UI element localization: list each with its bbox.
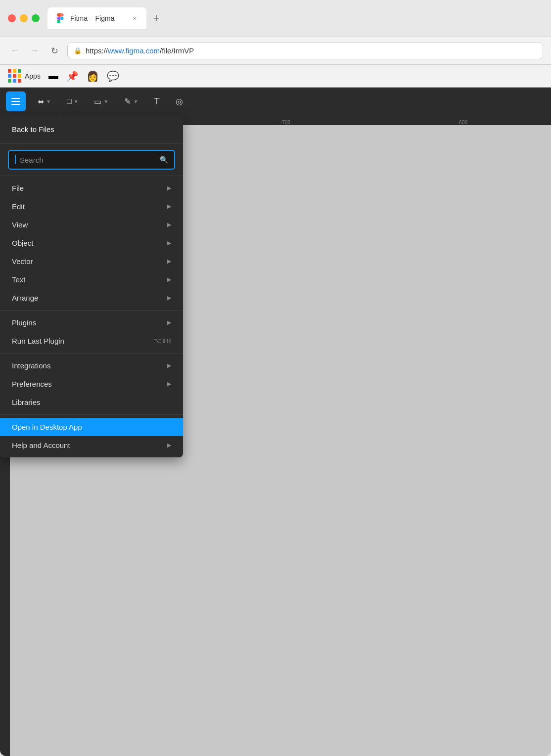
search-cursor [15,155,16,164]
browser-tab[interactable]: Fitma – Figma × [47,7,146,29]
menu-item-help-label: Help and Account [12,441,70,449]
menu-item-object[interactable]: Object ▶ [0,234,183,252]
menu-item-preferences[interactable]: Preferences ▶ [0,375,183,393]
menu-item-file[interactable]: File ▶ [0,179,183,197]
main-menu-dropdown: Back to Files Search 🔍 File ▶ Edit [0,115,183,457]
bookmark-icon-2[interactable]: 📌 [66,70,79,82]
bookmark-icon-4[interactable]: 💬 [107,70,119,82]
frame-tool-chevron: ▼ [74,99,79,104]
menu-item-file-label: File [12,184,24,192]
menu-item-edit-label: Edit [12,202,25,211]
title-bar: Fitma – Figma × + [0,0,551,37]
menu-item-edit-right: ▶ [167,203,171,210]
maximize-window-button[interactable] [32,14,40,22]
menu-item-plugins[interactable]: Plugins ▶ [0,313,183,332]
menu-item-libraries[interactable]: Libraries [0,393,183,411]
tab-area: Fitma – Figma × + [47,7,543,29]
menu-item-text[interactable]: Text ▶ [0,270,183,289]
menu-item-plugins-right: ▶ [167,319,171,326]
minimize-window-button[interactable] [20,14,28,22]
content-area: ⬌ ▼ □ ▼ ▭ ▼ ✎ ▼ T ◎ [0,88,551,756]
hamburger-line-1 [11,98,20,99]
ruler-mark-2: -700 [197,120,374,125]
move-tool[interactable]: ⬌ ▼ [34,94,55,109]
text-tool[interactable]: T [150,93,164,110]
menu-item-plugins-arrow: ▶ [167,319,171,326]
address-text: https://www.figma.com/file/IrmVP [86,46,194,55]
bookmark-icon-3[interactable]: 👩 [87,70,99,82]
shape-tool[interactable]: ▭ ▼ [90,94,112,109]
menu-section-1: File ▶ Edit ▶ View ▶ [0,176,183,311]
close-window-button[interactable] [8,14,16,22]
menu-section-4: Open in Desktop App Help and Account ▶ [0,415,183,457]
menu-item-vector[interactable]: Vector ▶ [0,252,183,270]
bookmark-icon-1[interactable]: ▬ [48,70,58,82]
figma-toolbar: ⬌ ▼ □ ▼ ▭ ▼ ✎ ▼ T ◎ [0,88,551,115]
menu-item-vector-arrow: ▶ [167,258,171,265]
search-placeholder: Search [20,156,156,164]
menu-item-preferences-right: ▶ [167,381,171,387]
menu-item-text-arrow: ▶ [167,276,171,283]
menu-item-file-right: ▶ [167,185,171,191]
shape-tool-chevron: ▼ [103,99,108,104]
menu-item-object-arrow: ▶ [167,240,171,246]
menu-item-run-last-right: ⌥⇧R [154,337,171,345]
apps-dot-7 [8,79,11,83]
comment-tool-icon: ◎ [176,96,183,107]
menu-section-3: Integrations ▶ Preferences ▶ Libraries [0,354,183,415]
menu-item-open-desktop[interactable]: Open in Desktop App [0,418,183,436]
apps-dot-6 [18,74,21,78]
menu-item-edit[interactable]: Edit ▶ [0,197,183,216]
back-to-files-item[interactable]: Back to Files [0,115,183,144]
comment-tool[interactable]: ◎ [172,93,187,110]
new-tab-button[interactable]: + [148,10,164,26]
menu-item-view-right: ▶ [167,222,171,228]
main-menu-button[interactable] [6,91,26,111]
menu-item-preferences-label: Preferences [12,380,52,388]
browser-window: Fitma – Figma × + ← → ↻ 🔒 https://www.fi… [0,0,551,756]
address-bar[interactable]: 🔒 https://www.figma.com/file/IrmVP [67,43,543,59]
search-box[interactable]: Search 🔍 [8,150,175,170]
hamburger-line-3 [11,104,20,105]
menu-item-help[interactable]: Help and Account ▶ [0,436,183,454]
pen-tool[interactable]: ✎ ▼ [120,93,142,110]
menu-item-integrations-label: Integrations [12,361,50,370]
menu-item-arrange[interactable]: Arrange ▶ [0,289,183,307]
menu-item-run-last-plugin[interactable]: Run Last Plugin ⌥⇧R [0,332,183,350]
move-tool-chevron: ▼ [46,99,51,104]
apps-dot-5 [13,74,16,78]
apps-bookmark[interactable]: Apps [8,69,41,83]
tab-close-button[interactable]: × [131,14,138,22]
menu-item-arrange-right: ▶ [167,295,171,301]
tab-title: Fitma – Figma [70,14,126,22]
menu-item-open-desktop-label: Open in Desktop App [12,423,82,431]
refresh-button[interactable]: ↻ [47,44,61,58]
menu-item-arrange-label: Arrange [12,294,38,302]
apps-grid-icon [8,69,22,83]
frame-tool[interactable]: □ ▼ [63,94,83,109]
menu-section-2: Plugins ▶ Run Last Plugin ⌥⇧R [0,311,183,354]
forward-button[interactable]: → [28,44,42,58]
menu-item-edit-arrow: ▶ [167,203,171,210]
menu-item-view[interactable]: View ▶ [0,216,183,234]
menu-item-view-arrow: ▶ [167,222,171,228]
menu-item-arrange-arrow: ▶ [167,295,171,301]
menu-item-vector-right: ▶ [167,258,171,265]
menu-item-integrations[interactable]: Integrations ▶ [0,356,183,375]
pen-tool-icon: ✎ [124,96,131,107]
ruler-mark-3: -600 [374,120,551,125]
menu-arrow-indicator [54,113,64,119]
traffic-lights [8,14,40,22]
search-area: Search 🔍 [0,144,183,176]
menu-item-text-right: ▶ [167,276,171,283]
shape-tool-icon: ▭ [94,97,101,106]
menu-item-help-arrow: ▶ [167,442,171,448]
figma-favicon [55,13,65,23]
hamburger-line-2 [11,101,20,102]
menu-item-plugins-label: Plugins [12,318,36,327]
apps-dot-1 [8,69,11,73]
lock-icon: 🔒 [74,47,82,54]
pen-tool-chevron: ▼ [133,99,138,104]
back-button[interactable]: ← [8,44,22,58]
apps-dot-9 [18,79,21,83]
